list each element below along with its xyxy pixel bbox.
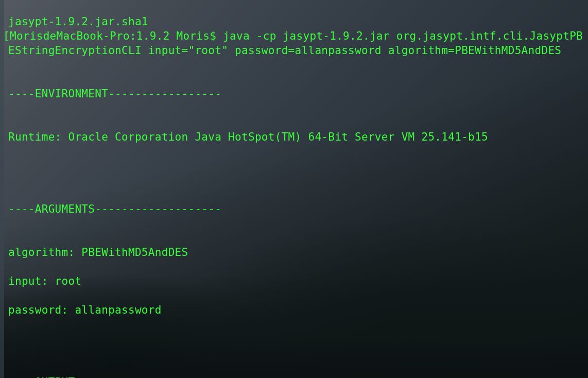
args-header: ----ARGUMENTS------------------- [8,202,588,216]
output-line: jasypt-1.9.2.jar.sha1 [8,14,588,29]
env-header: ----ENVIRONMENT----------------- [8,87,588,101]
bracket-icon: [ [3,30,10,42]
input-arg: input: root [8,274,588,288]
password-arg: password: allanpassword [8,303,588,317]
terminal-output[interactable]: jasypt-1.9.2.jar.sha1[MorisdeMacBook-Pro… [0,0,588,378]
algorithm-arg: algorithm: PBEWithMD5AndDES [8,245,588,260]
runtime-info: Runtime: Oracle Corporation Java HotSpot… [8,130,588,144]
command-line: [MorisdeMacBook-Pro:1.9.2 Moris$ java -c… [8,29,588,58]
command-text: MorisdeMacBook-Pro:1.9.2 Moris$ java -cp… [8,30,583,57]
output-header: ----OUTPUT---------------------- [8,375,588,378]
